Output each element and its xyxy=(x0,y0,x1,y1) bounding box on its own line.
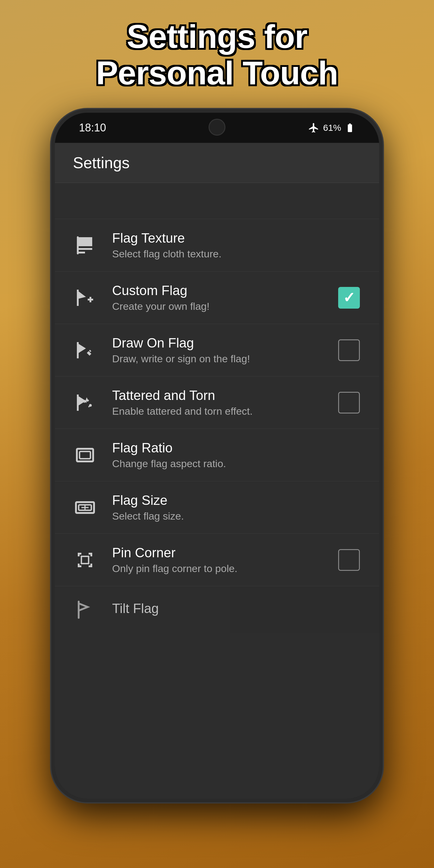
pin-corner-subtitle: Only pin flag corner to pole. xyxy=(112,563,337,575)
tattered-flag-icon xyxy=(73,391,97,415)
custom-flag-checkbox[interactable]: ✓ xyxy=(337,286,361,310)
draw-on-flag-checkbox[interactable] xyxy=(337,338,361,362)
custom-flag-title: Custom Flag xyxy=(112,283,337,298)
draw-on-flag-subtitle: Draw, write or sign on the flag! xyxy=(112,353,337,365)
setting-item-pin-corner[interactable]: Pin Corner Only pin flag corner to pole. xyxy=(55,534,379,586)
flag-ratio-text: Flag Ratio Change flag aspect ratio. xyxy=(112,440,361,470)
tattered-torn-title: Tattered and Torn xyxy=(112,388,337,403)
checkbox-unchecked-indicator2 xyxy=(338,392,360,413)
pin-corner-text: Pin Corner Only pin flag corner to pole. xyxy=(112,545,337,575)
flag-ratio-icon xyxy=(73,443,97,467)
checkbox-unchecked-indicator3 xyxy=(338,549,360,571)
status-icons: 61% xyxy=(308,122,355,133)
phone-frame: 18:10 61% Settings xyxy=(51,109,383,802)
setting-item-flag-texture[interactable]: Flag Texture Select flag cloth texture. xyxy=(55,219,379,272)
tattered-torn-text: Tattered and Torn Enable tattered and to… xyxy=(112,388,337,417)
tilt-flag-title: Tilt Flag xyxy=(112,601,361,616)
checkbox-unchecked-indicator xyxy=(338,339,360,361)
status-time: 18:10 xyxy=(79,121,106,134)
svg-rect-0 xyxy=(77,236,79,254)
flag-size-title: Flag Size xyxy=(112,493,361,508)
custom-flag-text: Custom Flag Create your own flag! xyxy=(112,283,337,312)
draw-on-flag-title: Draw On Flag xyxy=(112,336,337,350)
checkbox-checked-indicator: ✓ xyxy=(338,287,360,309)
side-button[interactable] xyxy=(379,293,383,336)
flag-texture-title: Flag Texture xyxy=(112,230,361,246)
flag-texture-icon xyxy=(73,233,97,257)
flag-size-text: Flag Size Select flag size. xyxy=(112,493,361,522)
title-line2: Personal Touch xyxy=(96,54,338,91)
flag-texture-text: Flag Texture Select flag cloth texture. xyxy=(112,230,361,260)
page-title: Settings for Personal Touch xyxy=(96,18,338,91)
setting-item-custom-flag[interactable]: Custom Flag Create your own flag! ✓ xyxy=(55,272,379,324)
setting-item-draw-on-flag[interactable]: Draw On Flag Draw, write or sign on the … xyxy=(55,324,379,376)
tattered-torn-checkbox[interactable] xyxy=(337,391,361,415)
setting-item-tilt-flag[interactable]: Tilt Flag xyxy=(55,586,379,633)
settings-header: Settings xyxy=(55,143,379,183)
flag-size-subtitle: Select flag size. xyxy=(112,510,361,522)
setting-item-flag-size[interactable]: Flag Size Select flag size. xyxy=(55,481,379,534)
tilt-flag-text: Tilt Flag xyxy=(112,601,361,618)
screen-content: Settings Flag Texture Select flag cloth … xyxy=(55,143,379,799)
empty-section xyxy=(55,183,379,219)
custom-flag-subtitle: Create your own flag! xyxy=(112,301,337,312)
custom-flag-icon xyxy=(73,286,97,310)
tattered-torn-subtitle: Enable tattered and torn effect. xyxy=(112,405,337,417)
draw-flag-icon xyxy=(73,338,97,362)
draw-on-flag-text: Draw On Flag Draw, write or sign on the … xyxy=(112,336,337,365)
pin-corner-icon xyxy=(73,548,97,572)
settings-list: Flag Texture Select flag cloth texture. … xyxy=(55,219,379,799)
setting-item-flag-ratio[interactable]: Flag Ratio Change flag aspect ratio. xyxy=(55,429,379,481)
airplane-icon xyxy=(308,122,319,133)
setting-item-tattered-torn[interactable]: Tattered and Torn Enable tattered and to… xyxy=(55,376,379,429)
tilt-flag-icon xyxy=(73,598,97,622)
flag-ratio-subtitle: Change flag aspect ratio. xyxy=(112,458,361,470)
settings-screen-title: Settings xyxy=(73,154,130,172)
title-line1: Settings for xyxy=(127,18,307,55)
flag-size-icon xyxy=(73,495,97,520)
pin-corner-title: Pin Corner xyxy=(112,545,337,560)
checkmark-icon: ✓ xyxy=(343,290,355,305)
battery-text: 61% xyxy=(323,123,341,133)
flag-ratio-title: Flag Ratio xyxy=(112,440,361,456)
battery-icon xyxy=(345,123,355,133)
flag-texture-subtitle: Select flag cloth texture. xyxy=(112,248,361,260)
pin-corner-checkbox[interactable] xyxy=(337,548,361,572)
status-bar: 18:10 61% xyxy=(55,113,379,143)
svg-rect-3 xyxy=(80,452,90,459)
